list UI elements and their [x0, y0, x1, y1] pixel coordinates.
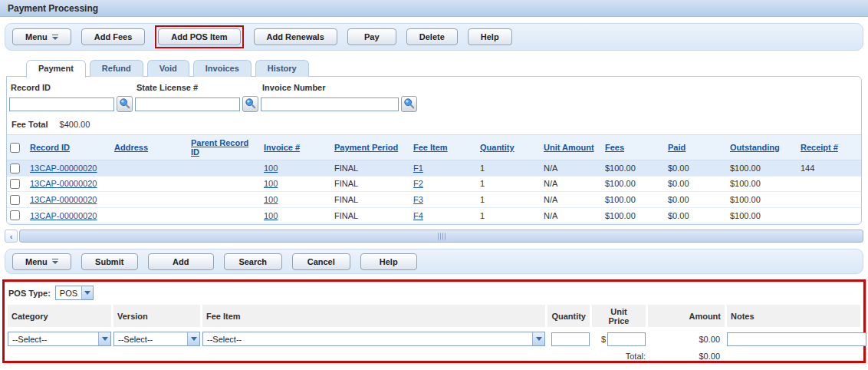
select-all-checkbox[interactable] [10, 143, 20, 153]
pos-type-label: POS Type: [8, 289, 51, 298]
add-button[interactable]: Add [148, 253, 214, 270]
fee-item-link[interactable]: F1 [413, 164, 423, 173]
notes-input[interactable] [727, 332, 866, 346]
column-sort-link[interactable]: Fees [605, 143, 624, 152]
state-license-search-button[interactable] [242, 96, 258, 112]
state-license-input[interactable] [135, 97, 240, 111]
chevron-down-icon [187, 332, 199, 345]
cell-quantity: 1 [477, 176, 541, 192]
record-id-label: Record ID [11, 83, 133, 92]
version-select[interactable]: --Select-- [113, 332, 200, 346]
cell-invoice: 100 [261, 207, 331, 223]
cell-outstanding: $100.00 [727, 192, 797, 208]
column-sort-link[interactable]: Fee Item [413, 143, 448, 152]
cell-unit-amount: N/A [541, 160, 602, 177]
menu-button-label: Menu [25, 32, 48, 41]
cell-quantity: 1 [477, 160, 541, 177]
invoice-link[interactable]: 100 [264, 211, 278, 220]
menu-caret-icon [52, 259, 58, 264]
tab-payment[interactable]: Payment [26, 60, 86, 78]
cell-invoice: 100 [261, 192, 331, 208]
tab-history[interactable]: History [255, 60, 309, 77]
add-renewals-button[interactable]: Add Renewals [254, 28, 337, 45]
cell-fee-item: F1 [410, 160, 477, 177]
column-sort-link[interactable]: Paid [668, 143, 686, 152]
column-header-quantity: Quantity [477, 135, 541, 160]
add-pos-item-button[interactable]: Add POS Item [158, 28, 240, 45]
cell-address [111, 160, 188, 177]
invoice-link[interactable]: 100 [264, 179, 278, 188]
column-sort-link[interactable]: Address [114, 143, 148, 152]
pay-button[interactable]: Pay [347, 28, 396, 45]
column-sort-link[interactable]: Payment Period [334, 143, 398, 152]
quantity-input[interactable] [551, 332, 590, 346]
invoice-number-input[interactable] [261, 97, 399, 111]
column-sort-link[interactable]: Invoice # [264, 143, 300, 152]
table-row: 13CAP-00000020100FINALF41N/A$100.00$0.00… [7, 207, 861, 223]
invoice-number-label: Invoice Number [262, 83, 417, 92]
invoice-link[interactable]: 100 [264, 195, 278, 204]
row-checkbox[interactable] [10, 195, 20, 205]
invoice-link[interactable]: 100 [264, 164, 278, 173]
record-id-link[interactable]: 13CAP-00000020 [30, 164, 97, 173]
fee-item-select[interactable]: --Select-- [202, 332, 545, 346]
row-checkbox[interactable] [10, 164, 20, 173]
add-fees-button[interactable]: Add Fees [81, 28, 146, 45]
column-header-parent-record-id: Parent Record ID [188, 135, 261, 160]
record-id-search-button[interactable] [117, 96, 133, 112]
cancel-button[interactable]: Cancel [292, 253, 350, 270]
menu-caret-icon [52, 35, 58, 40]
fee-item-label: Fee Item [202, 305, 545, 327]
state-license-field-group: State License # [135, 81, 258, 112]
horizontal-scrollbar: ‹ [5, 230, 863, 243]
chevron-left-icon: ‹ [10, 232, 13, 241]
fee-item-link[interactable]: F3 [413, 195, 423, 204]
fee-item-link[interactable]: F4 [413, 211, 423, 220]
cell-payment-period: FINAL [331, 176, 410, 192]
column-sort-link[interactable]: Parent Record ID [191, 138, 248, 157]
category-select[interactable]: --Select-- [8, 332, 111, 346]
scrollbar-grip-icon [438, 233, 446, 240]
bottom-menu-button-label: Menu [25, 257, 48, 266]
pos-type-select[interactable]: POS [55, 286, 94, 300]
submit-button[interactable]: Submit [81, 253, 138, 270]
cell-outstanding: $100.00 [727, 160, 797, 177]
scrollbar-thumb[interactable] [19, 230, 863, 243]
column-sort-link[interactable]: Unit Amount [544, 143, 594, 152]
column-sort-link[interactable]: Quantity [480, 143, 515, 152]
invoice-number-search-button[interactable] [401, 96, 417, 112]
menu-button[interactable]: Menu [12, 28, 71, 45]
column-sort-link[interactable]: Record ID [30, 143, 70, 152]
tab-invoices[interactable]: Invoices [193, 60, 252, 77]
cell-quantity: 1 [477, 192, 541, 208]
help-button[interactable]: Help [468, 28, 512, 45]
bottom-menu-button[interactable]: Menu [12, 253, 71, 270]
unit-price-input[interactable] [607, 332, 646, 346]
record-id-link[interactable]: 13CAP-00000020 [30, 211, 97, 220]
version-label: Version [113, 305, 200, 327]
category-label: Category [8, 305, 111, 327]
tab-void[interactable]: Void [147, 60, 189, 77]
row-checkbox[interactable] [10, 210, 20, 220]
cell-fees: $100.00 [602, 192, 665, 208]
bottom-help-button[interactable]: Help [360, 253, 417, 270]
unit-price-label: UnitPrice [592, 305, 646, 327]
chevron-down-icon [532, 332, 544, 345]
cell-quantity: 1 [477, 207, 541, 223]
cell-invoice: 100 [261, 160, 331, 177]
search-button[interactable]: Search [224, 253, 282, 270]
record-id-link[interactable]: 13CAP-00000020 [30, 179, 97, 188]
tab-refund[interactable]: Refund [90, 60, 143, 77]
fee-item-link[interactable]: F2 [413, 179, 423, 188]
column-sort-link[interactable]: Outstanding [730, 143, 780, 152]
select-all-header-cell [7, 135, 27, 160]
delete-button[interactable]: Delete [406, 28, 458, 45]
cell-paid: $0.00 [665, 192, 727, 208]
record-id-link[interactable]: 13CAP-00000020 [30, 195, 97, 204]
record-id-input[interactable] [9, 97, 114, 111]
scroll-left-button[interactable]: ‹ [5, 230, 18, 243]
row-checkbox[interactable] [10, 179, 20, 189]
column-sort-link[interactable]: Receipt # [801, 143, 838, 152]
fee-item-select-value: --Select-- [203, 332, 245, 345]
red-highlight-box: Add POS Item [155, 25, 243, 48]
